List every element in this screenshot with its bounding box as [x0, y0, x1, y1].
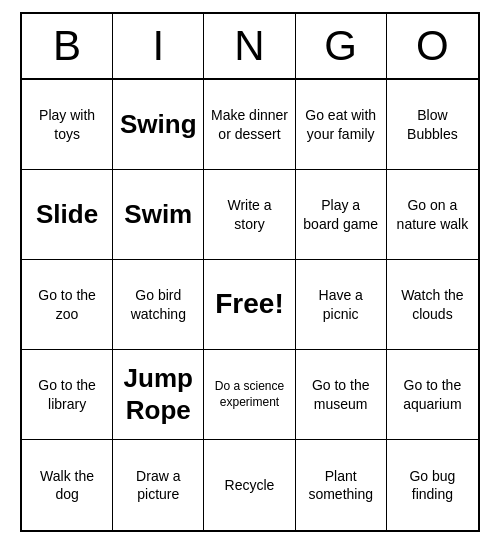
bingo-letter-i: I [113, 14, 204, 78]
bingo-cell-19: Go to the aquarium [387, 350, 478, 440]
bingo-cell-23: Plant something [296, 440, 387, 530]
bingo-cell-9: Go on a nature walk [387, 170, 478, 260]
bingo-letter-b: B [22, 14, 113, 78]
bingo-cell-18: Go to the museum [296, 350, 387, 440]
bingo-cell-3: Go eat with your family [296, 80, 387, 170]
bingo-letter-o: O [387, 14, 478, 78]
bingo-cell-21: Draw a picture [113, 440, 204, 530]
bingo-cell-14: Watch the clouds [387, 260, 478, 350]
bingo-cell-20: Walk the dog [22, 440, 113, 530]
bingo-cell-10: Go to the zoo [22, 260, 113, 350]
bingo-cell-8: Play a board game [296, 170, 387, 260]
bingo-cell-0: Play with toys [22, 80, 113, 170]
bingo-cell-17: Do a science experiment [204, 350, 295, 440]
bingo-letter-n: N [204, 14, 295, 78]
bingo-cell-16: Jump Rope [113, 350, 204, 440]
bingo-cell-24: Go bug finding [387, 440, 478, 530]
bingo-cell-2: Make dinner or dessert [204, 80, 295, 170]
bingo-header: BINGO [22, 14, 478, 80]
bingo-cell-13: Have a picnic [296, 260, 387, 350]
bingo-cell-1: Swing [113, 80, 204, 170]
bingo-grid: Play with toysSwingMake dinner or desser… [22, 80, 478, 530]
bingo-cell-7: Write a story [204, 170, 295, 260]
bingo-cell-12: Free! [204, 260, 295, 350]
bingo-cell-11: Go bird watching [113, 260, 204, 350]
bingo-cell-22: Recycle [204, 440, 295, 530]
bingo-letter-g: G [296, 14, 387, 78]
bingo-cell-4: Blow Bubbles [387, 80, 478, 170]
bingo-cell-5: Slide [22, 170, 113, 260]
bingo-card: BINGO Play with toysSwingMake dinner or … [20, 12, 480, 532]
bingo-cell-15: Go to the library [22, 350, 113, 440]
bingo-cell-6: Swim [113, 170, 204, 260]
